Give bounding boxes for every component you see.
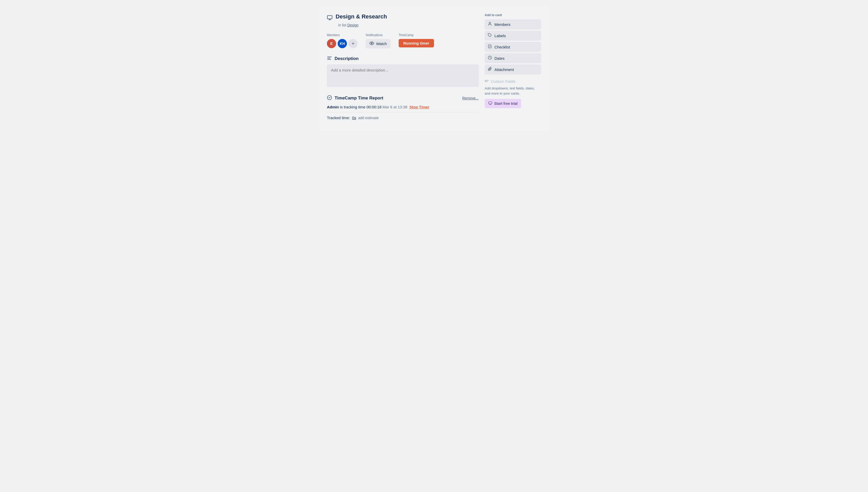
tag-icon [488, 33, 492, 38]
sections-row: Members E KH + Notifications [327, 33, 479, 48]
tracked-time-link[interactable]: 0s [352, 116, 356, 120]
timecamp-header-section: TimeCamp Running timer [399, 33, 434, 48]
sidebar-members-label: Members [494, 22, 511, 27]
tracking-line: Admin is tracking time 00:00:18 Mar 6 at… [327, 105, 479, 109]
description-icon [327, 56, 332, 62]
remove-button[interactable]: Remove... [462, 96, 479, 100]
sidebar-attachment-label: Attachment [494, 67, 514, 72]
timecamp-label: TimeCamp [399, 33, 434, 37]
svg-rect-11 [485, 80, 488, 81]
svg-point-8 [489, 22, 490, 24]
main-content: Design & Research in list Design Members… [327, 13, 479, 124]
avatar-e[interactable]: E [327, 39, 336, 48]
custom-fields-title: Custom Fields [485, 79, 541, 84]
running-timer-button[interactable]: Running timer [399, 39, 434, 47]
timecamp-section: TimeCamp Time Report Remove... Admin is … [327, 95, 479, 120]
members-label: Members [327, 33, 358, 37]
sidebar-dates-button[interactable]: Dates [485, 53, 541, 63]
card-type-icon [327, 15, 333, 22]
svg-rect-0 [327, 16, 332, 19]
running-timer-label: Running timer [403, 41, 429, 45]
custom-fields-icon [485, 79, 489, 84]
description-input[interactable] [327, 64, 479, 87]
notifications-section: Notifications Watch [366, 33, 390, 48]
sidebar-dates-label: Dates [494, 56, 505, 60]
description-header: Description [327, 56, 479, 62]
sidebar-members-button[interactable]: Members [485, 20, 541, 29]
tracking-user: Admin [327, 105, 339, 109]
add-member-button[interactable]: + [349, 39, 358, 48]
sidebar: Add to card Members Labels [485, 13, 541, 124]
card-list-ref: in list Design [338, 23, 479, 27]
card-modal: Design & Research in list Design Members… [319, 5, 549, 132]
tracking-date: Mar 6 at 13:38 [383, 105, 407, 109]
attachment-icon [488, 67, 492, 72]
sidebar-checklist-button[interactable]: Checklist [485, 42, 541, 52]
eye-icon [369, 41, 374, 46]
svg-rect-12 [485, 81, 487, 82]
sidebar-labels-label: Labels [494, 33, 506, 38]
start-trial-button[interactable]: Start free trial [485, 99, 521, 108]
tracking-time: 00:00:18 [366, 105, 381, 109]
card-header: Design & Research [327, 13, 479, 22]
sidebar-checklist-label: Checklist [494, 45, 510, 49]
tracked-row: Tracked time: 0s add estimate [327, 116, 479, 120]
card-title: Design & Research [336, 13, 387, 20]
tracked-label: Tracked time: [327, 116, 350, 120]
timecamp-report-header: TimeCamp Time Report Remove... [327, 95, 479, 101]
person-icon [488, 22, 492, 27]
checklist-icon [488, 44, 492, 49]
description-title: Description [335, 56, 359, 61]
custom-fields-description: Add dropdowns, text fields, dates, and m… [485, 86, 541, 96]
svg-rect-13 [489, 102, 492, 104]
timecamp-report-icon [327, 95, 332, 101]
custom-fields-section: Custom Fields Add dropdowns, text fields… [485, 76, 541, 108]
start-trial-label: Start free trial [494, 101, 517, 105]
divider [327, 112, 479, 113]
notifications-label: Notifications [366, 33, 390, 37]
list-link[interactable]: Design [348, 23, 359, 27]
sidebar-labels-button[interactable]: Labels [485, 31, 541, 41]
add-to-card-label: Add to card [485, 13, 541, 17]
members-section: Members E KH + [327, 33, 358, 48]
sidebar-attachment-button[interactable]: Attachment [485, 65, 541, 74]
trial-icon [488, 101, 492, 106]
avatars: E KH + [327, 39, 358, 48]
add-estimate-link[interactable]: add estimate [358, 116, 379, 120]
timecamp-title-row: TimeCamp Time Report [327, 95, 383, 101]
svg-point-3 [371, 43, 373, 44]
timecamp-report-title: TimeCamp Time Report [335, 96, 383, 101]
stop-timer-button[interactable]: Stop Timer [409, 105, 429, 109]
clock-icon [488, 56, 492, 61]
watch-button[interactable]: Watch [366, 39, 390, 48]
tracking-prefix: is tracking time [340, 105, 365, 109]
avatar-kh[interactable]: KH [338, 39, 347, 48]
watch-label: Watch [376, 42, 387, 46]
